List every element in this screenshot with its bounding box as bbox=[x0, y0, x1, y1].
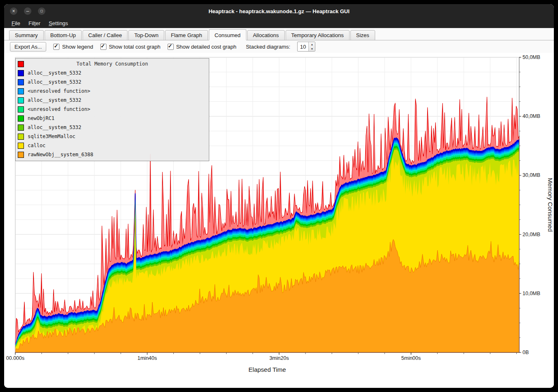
toolbar: Export As... ✓ Show legend ✓ Show total … bbox=[4, 40, 554, 53]
chart-legend: Total Memory Consumption alloc__system_5… bbox=[15, 58, 209, 161]
svg-text:Memory Consumed: Memory Consumed bbox=[547, 178, 554, 232]
svg-text:40,0MB: 40,0MB bbox=[523, 113, 540, 119]
minimize-button[interactable]: – bbox=[24, 7, 31, 15]
svg-text:3min20s: 3min20s bbox=[270, 355, 289, 361]
legend-item: newObjRC1 bbox=[16, 114, 209, 123]
show-detailed-cost-graph-checkbox[interactable]: ✓ Show detailed cost graph bbox=[168, 44, 236, 50]
tab-bar: Summary Bottom-Up Caller / Callee Top-Do… bbox=[4, 28, 554, 40]
tab-caller-callee[interactable]: Caller / Callee bbox=[83, 30, 128, 40]
titlebar[interactable]: × – ◻ Heaptrack - heaptrack.wakunode.1.g… bbox=[4, 4, 554, 18]
legend-title-row: Total Memory Consumption bbox=[16, 59, 209, 68]
stacked-diagrams-label: Stacked diagrams: bbox=[246, 44, 291, 50]
svg-text:5min00s: 5min00s bbox=[401, 355, 421, 361]
checkbox-box: ✓ bbox=[100, 44, 106, 50]
svg-text:00.000s: 00.000s bbox=[6, 355, 24, 361]
svg-text:30,0MB: 30,0MB bbox=[523, 172, 540, 178]
close-button[interactable]: × bbox=[10, 7, 17, 15]
legend-swatch bbox=[18, 143, 24, 149]
legend-swatch bbox=[18, 134, 24, 140]
tab-summary[interactable]: Summary bbox=[9, 30, 44, 40]
menu-filter[interactable]: Filter bbox=[24, 19, 45, 28]
legend-swatch bbox=[18, 106, 24, 113]
checkbox-label: Show total cost graph bbox=[109, 44, 161, 50]
window-title: Heaptrack - heaptrack.wakunode.1.gz — He… bbox=[4, 8, 554, 14]
legend-swatch bbox=[18, 70, 24, 76]
legend-swatch bbox=[18, 124, 24, 131]
svg-text:Elapsed Time: Elapsed Time bbox=[248, 366, 286, 373]
tab-sizes[interactable]: Sizes bbox=[350, 30, 375, 40]
check-icon: ✓ bbox=[168, 43, 173, 49]
checkbox-label: Show legend bbox=[62, 44, 93, 50]
close-icon: × bbox=[12, 9, 15, 14]
svg-text:0B: 0B bbox=[523, 350, 529, 355]
svg-text:1min40s: 1min40s bbox=[137, 355, 157, 361]
legend-title: Total Memory Consumption bbox=[16, 61, 209, 67]
legend-swatch bbox=[18, 97, 24, 103]
legend-swatch bbox=[18, 115, 24, 122]
check-icon: ✓ bbox=[54, 43, 58, 49]
legend-swatch bbox=[18, 152, 24, 158]
legend-swatch-total bbox=[18, 61, 24, 67]
spinbox-buttons: ▲ ▼ bbox=[308, 42, 315, 51]
legend-swatch bbox=[18, 79, 24, 85]
show-total-cost-graph-checkbox[interactable]: ✓ Show total cost graph bbox=[100, 44, 161, 50]
svg-text:10,0MB: 10,0MB bbox=[523, 291, 540, 296]
legend-item: alloc__system_5332 bbox=[16, 77, 209, 87]
tab-top-down[interactable]: Top-Down bbox=[128, 30, 164, 40]
legend-item: alloc__system_5332 bbox=[16, 68, 209, 77]
tab-allocations[interactable]: Allocations bbox=[247, 30, 285, 40]
maximize-button[interactable]: ◻ bbox=[38, 7, 45, 15]
spinbox-value: 10 bbox=[298, 42, 308, 51]
legend-swatch bbox=[18, 88, 24, 94]
checkbox-label: Show detailed cost graph bbox=[176, 44, 236, 50]
checkbox-box: ✓ bbox=[168, 44, 174, 50]
legend-item: calloc bbox=[16, 141, 209, 150]
legend-item: alloc__system_5332 bbox=[16, 123, 209, 132]
menu-settings[interactable]: Settings bbox=[45, 19, 72, 28]
app-window: × – ◻ Heaptrack - heaptrack.wakunode.1.g… bbox=[4, 4, 554, 388]
spin-down-icon[interactable]: ▼ bbox=[309, 47, 315, 51]
tab-consumed[interactable]: Consumed bbox=[209, 29, 246, 40]
maximize-icon: ◻ bbox=[40, 9, 43, 13]
minimize-icon: – bbox=[26, 9, 29, 14]
legend-item: <unresolved function> bbox=[16, 87, 209, 96]
stacked-diagrams-spinbox[interactable]: 10 ▲ ▼ bbox=[297, 42, 315, 52]
legend-item: rawNewObj__system_6388 bbox=[16, 150, 209, 159]
tab-flame-graph[interactable]: Flame Graph bbox=[165, 30, 208, 40]
legend-item: <unresolved function> bbox=[16, 105, 209, 114]
show-legend-checkbox[interactable]: ✓ Show legend bbox=[53, 44, 93, 50]
legend-item: alloc__system_5332 bbox=[16, 96, 209, 105]
svg-text:50,0MB: 50,0MB bbox=[523, 54, 540, 60]
spin-up-icon[interactable]: ▲ bbox=[309, 42, 315, 47]
checkbox-box: ✓ bbox=[53, 44, 59, 50]
menubar: File Filter Settings bbox=[4, 18, 554, 28]
check-icon: ✓ bbox=[101, 43, 105, 49]
tab-temporary-allocations[interactable]: Temporary Allocations bbox=[286, 30, 350, 40]
tab-bottom-up[interactable]: Bottom-Up bbox=[45, 30, 82, 40]
chart-area[interactable]: 00.000s1min40s3min20s5min00s0B10,0MB20,0… bbox=[4, 53, 554, 387]
menu-file[interactable]: File bbox=[7, 19, 24, 28]
legend-item: sqlite3MemMalloc bbox=[16, 132, 209, 141]
window-controls: × – ◻ bbox=[10, 7, 45, 15]
svg-text:20,0MB: 20,0MB bbox=[523, 232, 540, 237]
export-as-button[interactable]: Export As... bbox=[10, 42, 46, 52]
